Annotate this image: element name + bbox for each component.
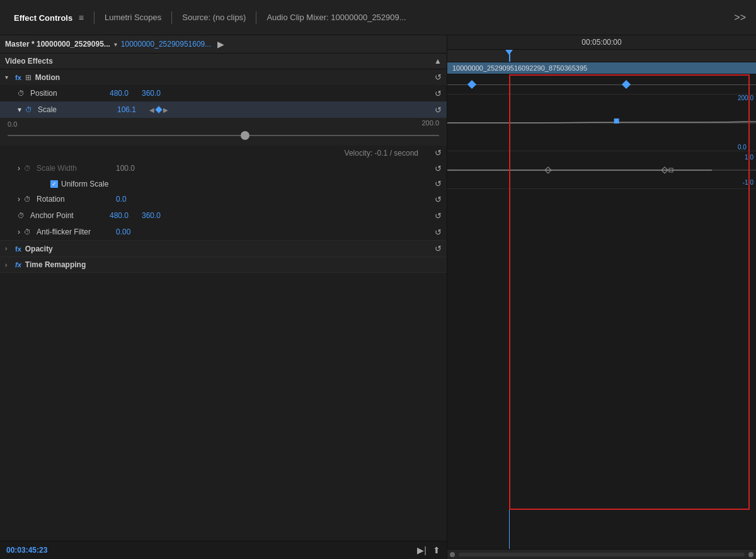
time-remapping-expand-arrow[interactable]: › bbox=[5, 262, 13, 268]
scale-stopwatch-icon[interactable]: ⏱ bbox=[25, 106, 34, 113]
slider-max-label: 200.0 bbox=[421, 119, 439, 127]
graph-value-labels: 200.0 0.0 bbox=[738, 95, 753, 151]
left-panel: Master * 10000000_2529095... ▾ 10000000_… bbox=[0, 35, 447, 559]
time-remapping-effect-group: › fx Time Remapping bbox=[0, 257, 447, 273]
expand-panels-icon[interactable]: >> bbox=[729, 9, 751, 26]
tab-effect-controls[interactable]: Effect Controls ≡ bbox=[5, 9, 93, 26]
uniform-scale-checkbox[interactable]: ✓ bbox=[50, 180, 58, 188]
opacity-label: Opacity bbox=[25, 245, 53, 253]
value-keyframe-marker bbox=[614, 118, 619, 124]
anchor-point-x-value[interactable]: 480.0 bbox=[110, 211, 138, 220]
motion-fx-badge: fx bbox=[15, 74, 21, 81]
slider-labels: 0.0 bbox=[8, 120, 439, 128]
anchor-point-property-row: ⏱ Anchor Point 480.0 360.0 ↺ bbox=[0, 207, 447, 224]
tab-audio-clip-mixer[interactable]: Audio Clip Mixer: 10000000_252909... bbox=[258, 9, 415, 26]
clip-label-bar: 10000000_252909516092290_8750365395 bbox=[447, 62, 756, 74]
timeline-scrollbar bbox=[447, 549, 756, 559]
scale-value[interactable]: 106.1 bbox=[117, 105, 146, 114]
scale-property-row: ▾ ⏱ Scale 106.1 ◀ ▶ ↺ bbox=[0, 101, 447, 118]
scrollbar-track[interactable] bbox=[459, 553, 745, 556]
scrollbar-left-dot[interactable] bbox=[450, 552, 455, 557]
video-effects-header: Video Effects ▲ bbox=[0, 54, 447, 69]
graph-label-0: 0.0 bbox=[738, 144, 753, 151]
main-container: Master * 10000000_2529095... ▾ 10000000_… bbox=[0, 35, 756, 559]
opacity-reset-button[interactable]: ↺ bbox=[435, 244, 442, 253]
tab-menu-icon[interactable]: ≡ bbox=[79, 13, 84, 23]
rotation-value[interactable]: 0.0 bbox=[116, 195, 144, 204]
velocity-reset-button[interactable]: ↺ bbox=[435, 148, 442, 158]
scale-expand-arrow[interactable]: ▾ bbox=[18, 105, 21, 114]
tab-source[interactable]: Source: (no clips) bbox=[173, 9, 255, 26]
scale-width-reset-button[interactable]: ↺ bbox=[435, 164, 442, 173]
master-clip-label: Master * 10000000_2529095... bbox=[5, 40, 110, 49]
scale-next-keyframe-button[interactable]: ▶ bbox=[163, 107, 168, 113]
scale-label: Scale bbox=[38, 105, 113, 114]
scale-width-stopwatch-icon: ⏱ bbox=[24, 164, 33, 172]
anti-flicker-value[interactable]: 0.00 bbox=[116, 228, 144, 236]
scale-width-expand-arrow[interactable]: › bbox=[18, 164, 20, 173]
clip-dropdown-arrow[interactable]: ▾ bbox=[114, 41, 117, 48]
clip-label-text: 10000000_252909516092290_8750365395 bbox=[452, 64, 587, 72]
tab-divider-1 bbox=[94, 11, 94, 24]
scrollbar-track-container bbox=[450, 552, 753, 557]
position-reset-button[interactable]: ↺ bbox=[435, 89, 442, 98]
anchor-stopwatch-icon[interactable]: ⏱ bbox=[18, 212, 26, 219]
scale-prev-keyframe-button[interactable]: ◀ bbox=[149, 107, 154, 113]
export-frame-button[interactable]: ⬆ bbox=[433, 545, 440, 555]
position-y-value[interactable]: 360.0 bbox=[142, 89, 170, 98]
anchor-point-label: Anchor Point bbox=[30, 211, 106, 220]
graph-label-200: 200.0 bbox=[738, 95, 753, 101]
position-x-value[interactable]: 480.0 bbox=[110, 89, 138, 98]
tab-lumetri-scopes[interactable]: Lumetri Scopes bbox=[96, 9, 170, 26]
keyframe-diamond-right[interactable] bbox=[622, 79, 631, 88]
motion-label: Motion bbox=[35, 73, 60, 82]
opacity-expand-arrow[interactable]: › bbox=[5, 245, 13, 252]
rotation-expand-arrow[interactable]: › bbox=[18, 195, 20, 204]
uniform-scale-label: Uniform Scale bbox=[61, 180, 108, 188]
velocity-label: Velocity: -0.1 / second bbox=[50, 149, 431, 158]
motion-expand-arrow[interactable]: ▾ bbox=[5, 74, 13, 81]
motion-reset-button[interactable]: ↺ bbox=[435, 72, 442, 82]
rotation-property-row: › ⏱ Rotation 0.0 ↺ bbox=[0, 191, 447, 207]
position-stopwatch-icon[interactable]: ⏱ bbox=[18, 89, 26, 97]
clip-source-label[interactable]: 10000000_25290951609... bbox=[121, 40, 211, 49]
uniform-scale-reset-button[interactable]: ↺ bbox=[435, 179, 442, 188]
scale-keyframe-nav: ◀ ▶ bbox=[149, 107, 168, 113]
scrollbar-right-dot[interactable] bbox=[748, 552, 753, 557]
anti-flicker-stopwatch-icon[interactable]: ⏱ bbox=[24, 228, 33, 236]
scale-slider[interactable]: 200.0 bbox=[8, 130, 439, 141]
velocity-row: Velocity: -0.1 / second ↺ bbox=[0, 146, 447, 160]
footer: 00:03:45:23 ▶| ⬆ bbox=[0, 541, 447, 559]
anchor-point-y-value[interactable]: 360.0 bbox=[142, 211, 170, 220]
scale-reset-button[interactable]: ↺ bbox=[435, 105, 442, 115]
scale-width-value: 100.0 bbox=[116, 164, 144, 173]
slider-track bbox=[8, 135, 439, 136]
velocity-top-label: 1.0 bbox=[745, 154, 753, 161]
slider-min-label: 0.0 bbox=[8, 120, 17, 128]
anchor-point-reset-button[interactable]: ↺ bbox=[435, 211, 442, 221]
timeline-graph-container: 200.0 0.0 1.0 bbox=[447, 74, 756, 549]
right-panel: 00:05:00:00 10000000_252909516092290_875… bbox=[447, 35, 756, 559]
anti-flicker-expand-arrow[interactable]: › bbox=[18, 228, 20, 236]
clip-play-button[interactable]: ▶ bbox=[217, 39, 224, 49]
value-graph-track: 200.0 0.0 bbox=[447, 95, 756, 151]
position-label: Position bbox=[30, 89, 106, 98]
rotation-stopwatch-icon[interactable]: ⏱ bbox=[24, 195, 33, 203]
keyframe-diamond-left[interactable] bbox=[467, 79, 476, 88]
anti-flicker-reset-button[interactable]: ↺ bbox=[435, 228, 442, 237]
timeline-timecode: 00:05:00:00 bbox=[581, 38, 621, 47]
time-remapping-effect-header: › fx Time Remapping bbox=[0, 257, 447, 272]
tab-divider-2 bbox=[171, 11, 172, 24]
footer-controls: ▶| ⬆ bbox=[417, 545, 440, 555]
value-graph-svg bbox=[447, 95, 756, 151]
anti-flicker-label: Anti-flicker Filter bbox=[37, 228, 112, 236]
playhead-line-ruler bbox=[509, 50, 510, 62]
anti-flicker-property-row: › ⏱ Anti-flicker Filter 0.00 ↺ bbox=[0, 224, 447, 240]
scroll-up-icon[interactable]: ▲ bbox=[434, 57, 442, 66]
scale-add-keyframe-button[interactable] bbox=[155, 106, 162, 113]
time-remapping-label: Time Remapping bbox=[25, 260, 86, 269]
motion-effect-group: ▾ fx ⊞ Motion ↺ ⏱ Position 480.0 360.0 ↺… bbox=[0, 69, 447, 241]
play-to-end-button[interactable]: ▶| bbox=[417, 545, 427, 555]
rotation-reset-button[interactable]: ↺ bbox=[435, 195, 442, 204]
slider-thumb[interactable] bbox=[241, 131, 249, 140]
